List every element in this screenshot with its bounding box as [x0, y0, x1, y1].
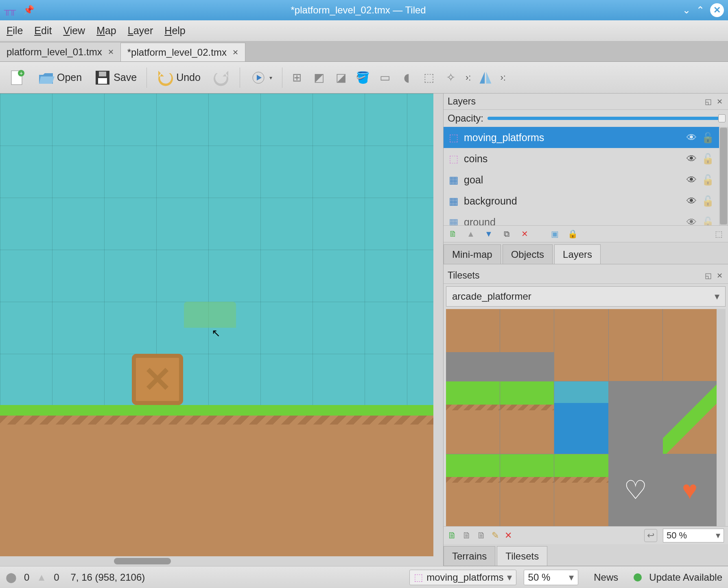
tileset-zoom-value: 50 % — [667, 530, 687, 541]
tileset-zoom-combo[interactable]: 50 % ▾ — [663, 529, 724, 542]
delete-layer-icon[interactable]: ✕ — [519, 229, 530, 239]
crate-object[interactable] — [132, 354, 183, 405]
tilesets-panel-header: Tilesets ◱ ✕ — [444, 268, 728, 284]
layer-row[interactable]: ▦ ground 👁 🔓 — [444, 211, 719, 225]
opacity-slider[interactable] — [488, 117, 724, 120]
edit-tileset-icon[interactable]: ✎ — [492, 530, 499, 541]
svg-rect-5 — [99, 72, 106, 76]
document-tab[interactable]: *platform_level_02.tmx ✕ — [121, 43, 245, 61]
lock-icon[interactable]: 🔓 — [702, 132, 714, 144]
tab-layers[interactable]: Layers — [554, 244, 601, 264]
current-layer-combo[interactable]: ⬚ moving_platforms ▾ — [409, 570, 516, 585]
menu-file[interactable]: File — [7, 25, 23, 37]
close-panel-icon[interactable]: ✕ — [715, 97, 724, 106]
menu-map[interactable]: Map — [96, 25, 116, 37]
menu-edit[interactable]: Edit — [34, 25, 52, 37]
zoom-combo[interactable]: 50 % ▾ — [524, 570, 579, 585]
stamp-tool-icon[interactable]: ⊞ — [290, 70, 304, 85]
float-panel-icon[interactable]: ◱ — [704, 97, 713, 106]
undo-label: Undo — [176, 72, 201, 83]
embed-tileset-icon[interactable]: 🗎 — [462, 530, 471, 541]
window-title: *platform_level_02.tmx — Tiled — [34, 4, 682, 16]
layers-panel-title: Layers — [448, 96, 476, 107]
tab-objects[interactable]: Objects — [503, 244, 553, 264]
eraser-tool-icon[interactable]: ◖ — [400, 70, 414, 85]
error-icon[interactable]: ⬤ — [6, 572, 17, 583]
lock-icon[interactable]: 🔓 — [702, 216, 714, 226]
save-button[interactable]: Save — [92, 66, 139, 89]
menu-help[interactable]: Help — [164, 25, 185, 37]
command-button[interactable]: ▾ — [247, 66, 275, 89]
toolbar-overflow-icon[interactable]: ›: — [500, 72, 505, 83]
lock-icon[interactable]: 🔓 — [702, 153, 714, 165]
layer-name: moving_platforms — [464, 132, 682, 144]
layer-name: goal — [464, 174, 682, 186]
toolbar-overflow-icon[interactable]: ›: — [466, 72, 471, 83]
duplicate-layer-icon[interactable]: ⧉ — [501, 229, 512, 239]
svg-rect-4 — [98, 78, 107, 84]
float-panel-icon[interactable]: ◱ — [704, 271, 713, 280]
layer-row[interactable]: ⬚ coins 👁 🔓 — [444, 148, 719, 169]
layer-other-icon[interactable]: ▣ — [549, 229, 560, 239]
flip-tool-icon[interactable] — [478, 70, 493, 85]
layers-scrollbar[interactable] — [719, 127, 728, 225]
maximize-icon[interactable]: ⌃ — [696, 4, 704, 16]
news-link[interactable]: News — [594, 572, 618, 583]
export-tileset-icon[interactable]: 🗎 — [477, 530, 486, 541]
open-label: Open — [57, 72, 82, 83]
rect-tool-icon[interactable]: ▭ — [378, 70, 392, 85]
map-canvas[interactable]: ↖ — [0, 94, 433, 556]
open-button[interactable]: Open — [35, 66, 84, 89]
tileset-selector[interactable]: arcade_platformer ▾ — [446, 286, 726, 307]
canvas-vertical-scrollbar[interactable] — [433, 94, 443, 556]
tileset-canvas[interactable]: ♡♥ — [446, 309, 717, 526]
dynamic-wrap-icon[interactable]: ↩ — [644, 529, 657, 542]
new-tileset-icon[interactable]: 🗎 — [448, 530, 457, 541]
canvas-horizontal-scrollbar[interactable] — [0, 556, 443, 566]
tab-minimap[interactable]: Mini-map — [444, 244, 501, 264]
close-icon[interactable]: ✕ — [232, 48, 238, 57]
redo-button[interactable] — [210, 66, 232, 89]
pin-icon[interactable]: 📌 — [23, 5, 34, 15]
new-button[interactable]: + — [6, 66, 28, 89]
close-window-button[interactable]: ✕ — [710, 3, 724, 17]
menu-view[interactable]: View — [63, 25, 85, 37]
opacity-row: Opacity: — [444, 110, 728, 127]
lock-all-icon[interactable]: 🔒 — [567, 229, 578, 239]
lock-icon[interactable]: 🔓 — [702, 195, 714, 207]
tab-tilesets[interactable]: Tilesets — [497, 546, 547, 566]
fill-tool-icon[interactable]: ◪ — [334, 70, 348, 85]
menu-layer[interactable]: Layer — [128, 25, 153, 37]
window-titlebar: ╥╥ 📌 *platform_level_02.tmx — Tiled ⌄ ⌃ … — [0, 0, 728, 20]
new-layer-icon[interactable]: 🗎 — [448, 229, 458, 239]
visibility-icon[interactable]: 👁 — [686, 195, 697, 207]
tab-terrains[interactable]: Terrains — [444, 546, 495, 566]
visibility-icon[interactable]: 👁 — [686, 174, 697, 186]
minimize-icon[interactable]: ⌄ — [682, 4, 691, 16]
layer-row[interactable]: ▦ goal 👁 🔓 — [444, 169, 719, 190]
tileset-scrollbar[interactable] — [717, 309, 726, 526]
undo-button[interactable]: Undo — [154, 66, 203, 89]
tileset-name: arcade_platformer — [452, 291, 531, 302]
terrain-tool-icon[interactable]: ◩ — [312, 70, 326, 85]
visibility-icon[interactable]: 👁 — [686, 153, 697, 165]
select-tool-icon[interactable]: ⬚ — [422, 70, 436, 85]
lock-icon[interactable]: 🔓 — [702, 174, 714, 186]
layer-up-icon[interactable]: ▲ — [466, 229, 476, 239]
delete-tileset-icon[interactable]: ✕ — [505, 530, 512, 541]
opacity-label: Opacity: — [448, 113, 483, 124]
close-icon[interactable]: ✕ — [108, 48, 114, 57]
document-tab[interactable]: platform_level_01.tmx ✕ — [0, 43, 121, 61]
layer-row[interactable]: ⬚ moving_platforms 👁 🔓 — [444, 127, 719, 148]
warning-icon[interactable]: ▲ — [37, 572, 46, 583]
update-link[interactable]: Update Available — [649, 572, 722, 583]
close-panel-icon[interactable]: ✕ — [715, 271, 724, 280]
highlight-layer-icon[interactable]: ⬚ — [713, 229, 724, 239]
visibility-icon[interactable]: 👁 — [686, 216, 697, 226]
layer-row[interactable]: ▦ background 👁 🔓 — [444, 190, 719, 211]
visibility-icon[interactable]: 👁 — [686, 132, 697, 144]
bucket-tool-icon[interactable]: 🪣 — [356, 70, 370, 85]
layer-down-icon[interactable]: ▼ — [483, 229, 494, 239]
wand-tool-icon[interactable]: ✧ — [444, 70, 458, 85]
layers-panel-header: Layers ◱ ✕ — [444, 94, 728, 110]
